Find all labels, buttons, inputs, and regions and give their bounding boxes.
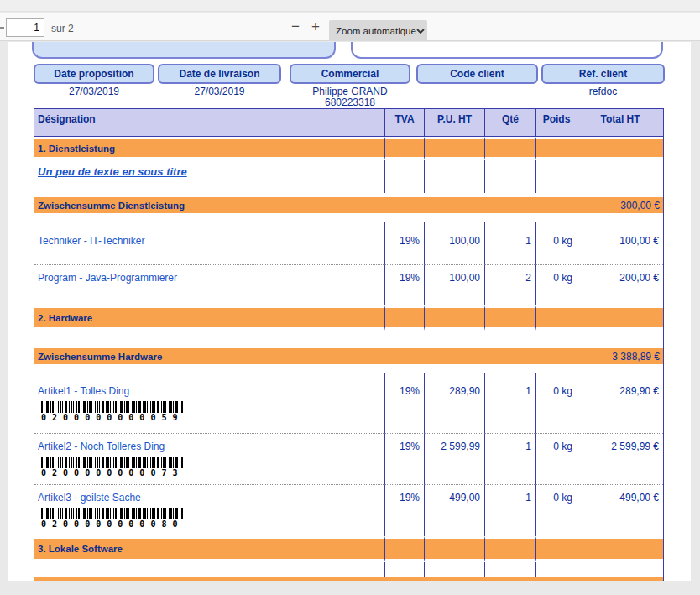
table-row-item: Program - Java-Programmierer19%100,0020 … [34,264,663,305]
header-cell-total-ht: Total HT [577,109,663,137]
cell-designation: 1. Dienstleistung [34,137,385,160]
zoom-mode-select[interactable]: Zoom automatique [329,20,427,41]
barcode-icon [41,457,184,468]
zoom-mode-label: Zoom automatique [336,26,416,36]
header-cell-tva: TVA [385,109,425,137]
pdf-page: Date proposition Date de livraison Comme… [8,42,691,581]
cell-poids: 0 kg [536,222,577,264]
cell-pu-ht: 100,00 [425,264,485,305]
barcode-icon [41,401,184,413]
cell-tva: 19% [385,373,425,433]
cell-poids [536,305,577,331]
items-table-wrap: DésignationTVAP.U. HTQtéPoidsTotal HT 1.… [34,108,664,581]
cell-tva: 19% [385,222,425,264]
item-name: Program - Java-Programmierer [38,272,384,284]
item-name: Artikel2 - Noch Tolleres Ding [38,441,384,452]
field-value-ref-client: refdoc [541,86,665,97]
cell-qty [485,562,536,577]
cell-qty [485,536,536,562]
address-box-recipient [351,42,663,59]
cell-poids: 0 kg [536,484,577,536]
subtotal-cell: Zwischensumme Hardware3 388,89 € [34,331,663,373]
table-row-section: 3. Lokale Software [34,536,663,562]
cell-tva [385,160,425,193]
cell-qty [485,137,536,160]
chevron-down-icon [416,29,425,34]
table-row-subtotal: Zwischensumme Hardware3 388,89 € [34,331,663,373]
cell-total-ht [577,160,663,193]
table-row-spacer [34,562,663,577]
header-cell-qty: Qté [485,109,536,137]
header-cell-poids: Poids [536,109,577,137]
cell-designation: Artikel3 - geilste Sache0 2 0 0 0 0 0 0 … [34,484,385,536]
item-name: Artikel1 - Tolles Ding [38,385,384,397]
barcode-digits: 0 2 0 0 0 0 0 0 0 0 0 5 9 [41,413,384,422]
header-cell-pu-ht: P.U. HT [425,109,485,137]
cell-designation [34,562,385,577]
field-label-ref-client: Réf. client [541,64,665,84]
field-value-date-proposition: 27/03/2019 [34,86,154,97]
table-row-item: Techniker - IT-Techniker19%100,0010 kg10… [34,222,663,264]
cell-pu-ht: 2 599,99 [425,433,485,484]
cell-qty: 1 [485,222,536,264]
cell-tva [385,536,425,562]
header-cell-designation: Désignation [34,109,385,137]
pdf-viewer-area: Date proposition Date de livraison Comme… [0,42,700,595]
page-count-label: sur 2 [51,23,74,34]
cell-tva: 19% [385,433,425,484]
subtotal-label: Zwischensumme Hardware [34,352,162,362]
cell-total-ht: 499,00 € [577,484,663,536]
zoom-in-button[interactable]: + [306,16,326,38]
cell-pu-ht [425,137,485,160]
barcode-digits: 0 2 0 0 0 0 0 0 0 0 0 7 3 [41,468,384,478]
subtotal-amount: 300,00 € [620,200,663,211]
cell-designation: Techniker - IT-Techniker [34,222,385,264]
cell-qty [485,160,536,193]
subtotal-stripe: Zwischensumme Dienstleistung300,00 € [34,197,663,213]
cell-pu-ht [425,160,485,193]
item-name: Techniker - IT-Techniker [38,235,384,247]
cell-poids [536,562,577,577]
cell-pu-ht: 100,00 [425,222,485,264]
field-label-date-livraison: Date de livraison [158,64,281,84]
field-value-commercial: Philippe GRAND 680223318 [290,86,410,108]
browser-chrome-strip [0,0,700,12]
cell-total-ht: 2 599,99 € [577,433,663,484]
cell-qty: 1 [485,484,536,536]
subtotal-label: Zwischensumme Dienstleistung [34,201,185,211]
cell-qty: 1 [485,373,536,433]
cell-pu-ht [425,305,485,331]
zoom-out-button[interactable]: − [285,16,306,38]
cell-poids: 0 kg [536,373,577,433]
page-number-input[interactable] [6,18,44,37]
barcode-icon [41,508,184,519]
cell-pu-ht: 289,90 [425,373,485,433]
cell-qty: 2 [485,264,536,305]
subtotal-stripe: Zwischensumme Hardware3 388,89 € [34,348,663,364]
cell-poids [536,160,577,193]
commercial-number: 680223318 [290,97,410,108]
cell-designation: Artikel2 - Noch Tolleres Ding0 2 0 0 0 0… [34,433,385,484]
cell-poids: 0 kg [536,433,577,484]
table-row-item: Artikel3 - geilste Sache0 2 0 0 0 0 0 0 … [34,484,663,536]
field-label-code-client: Code client [416,64,538,84]
cell-tva [385,562,425,577]
barcode-digits: 0 2 0 0 0 0 0 0 0 0 0 8 0 [41,519,384,529]
cell-pu-ht [425,562,485,577]
cell-total-ht [577,562,663,577]
subtotal-cell: Zwischensumme Dienstleistung300,00 € [34,193,663,222]
cell-designation: 3. Lokale Software [34,536,385,562]
field-label-commercial: Commercial [290,64,410,84]
pdf-toolbar: sur 2 − + Zoom automatique [0,13,700,41]
cell-poids: 0 kg [536,264,577,305]
field-value-date-livraison: 27/03/2019 [158,86,281,97]
cell-total-ht: 100,00 € [577,222,663,264]
cell-designation: Un peu de texte en sous titre [34,160,385,193]
cell-pu-ht [425,536,485,562]
cell-tva: 19% [385,264,425,305]
table-row-section: 2. Hardware [34,305,663,331]
cell-poids [536,536,577,562]
item-name: Artikel3 - geilste Sache [38,492,384,504]
cell-total-ht [577,137,663,160]
table-row-subtotal: Zwischensumme Dienstleistung300,00 € [34,193,663,222]
